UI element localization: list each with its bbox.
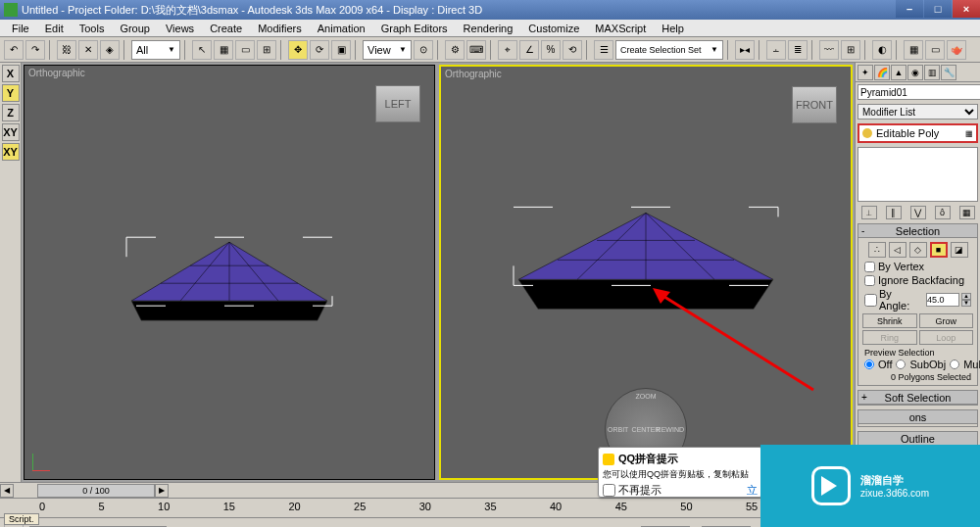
curve-editor-button[interactable]: 〰	[819, 40, 839, 60]
render-frame-button[interactable]: ▭	[925, 40, 945, 60]
loop-button[interactable]: Loop	[919, 330, 974, 345]
object-name-field[interactable]	[858, 84, 980, 100]
menu-grapheditors[interactable]: Graph Editors	[373, 23, 456, 34]
percent-snap-toggle[interactable]: %	[541, 40, 561, 60]
viewport-right[interactable]: Orthographic FRONT	[439, 65, 853, 480]
remove-mod-button[interactable]: ô	[935, 206, 951, 219]
viewcube-right[interactable]: FRONT	[792, 86, 837, 123]
stack-pin-icon[interactable]: ▦	[965, 129, 973, 138]
menu-views[interactable]: Views	[158, 23, 202, 34]
by-angle-spinner[interactable]	[926, 293, 959, 307]
rotate-button[interactable]: ⟳	[310, 40, 329, 60]
undo-button[interactable]: ↶	[4, 40, 24, 60]
ignore-backfacing-checkbox[interactable]	[864, 275, 875, 286]
mirror-button[interactable]: ▸◂	[735, 40, 755, 60]
menu-maxscript[interactable]: MAXScript	[587, 23, 654, 34]
keyboard-button[interactable]: ⌨	[466, 40, 486, 60]
render-button[interactable]: 🫖	[947, 40, 966, 60]
modifier-list-dropdown[interactable]: Modifier List	[858, 104, 978, 120]
menu-create[interactable]: Create	[202, 23, 250, 34]
qq-dont-show-checkbox[interactable]	[603, 484, 615, 497]
manipulate-button[interactable]: ⚙	[445, 40, 465, 60]
select-name-button[interactable]: ▦	[214, 40, 233, 60]
menu-modifiers[interactable]: Modifiers	[250, 23, 310, 34]
border-level-button[interactable]: ◇	[909, 242, 927, 258]
tab-create[interactable]: ✦	[858, 65, 873, 80]
menu-tools[interactable]: Tools	[72, 23, 113, 34]
configure-button[interactable]: ▦	[959, 206, 975, 219]
spinner-snap-toggle[interactable]: ⟲	[563, 40, 582, 60]
angle-snap-toggle[interactable]: ∠	[519, 40, 539, 60]
unlink-button[interactable]: ✕	[78, 40, 98, 60]
edge-level-button[interactable]: ◁	[889, 242, 906, 258]
grow-button[interactable]: Grow	[919, 313, 974, 328]
wheel-orbit[interactable]: ORBIT	[608, 426, 628, 433]
axis-z-button[interactable]: Z	[2, 104, 20, 121]
viewport-left[interactable]: Orthographic LEFT	[24, 65, 435, 480]
stack-editable-poly[interactable]: Editable Poly ▦	[860, 126, 975, 140]
timeslider-handle[interactable]: 0 / 100	[37, 484, 155, 498]
menu-customize[interactable]: Customize	[520, 23, 587, 34]
layers-button[interactable]: ≣	[788, 40, 808, 60]
menu-file[interactable]: File	[4, 23, 37, 34]
schematic-button[interactable]: ⊞	[841, 40, 860, 60]
named-selection-sets[interactable]: Create Selection Set▼	[615, 40, 723, 60]
timeslider-prev[interactable]: ◀	[0, 484, 14, 498]
maximize-button[interactable]: □	[924, 0, 952, 18]
preview-multi-radio[interactable]	[950, 359, 959, 369]
modifier-stack-area[interactable]	[858, 147, 978, 202]
menu-edit[interactable]: Edit	[37, 23, 72, 34]
minimize-button[interactable]: –	[896, 0, 923, 18]
spinner-down[interactable]: ▼	[961, 300, 971, 307]
spinner-up[interactable]: ▲	[961, 293, 971, 300]
selection-filter[interactable]: All▼	[131, 40, 180, 60]
tab-motion[interactable]: ◉	[907, 65, 923, 80]
material-editor-button[interactable]: ◐	[872, 40, 892, 60]
tab-display[interactable]: ▥	[924, 65, 940, 80]
menu-group[interactable]: Group	[112, 23, 158, 34]
preview-off-radio[interactable]	[864, 359, 874, 369]
render-setup-button[interactable]: ▦	[904, 40, 923, 60]
preview-subobj-radio[interactable]	[896, 359, 906, 369]
window-crossing-button[interactable]: ⊞	[257, 40, 276, 60]
redo-button[interactable]: ↷	[25, 40, 45, 60]
tab-hierarchy[interactable]: ▲	[891, 65, 906, 80]
show-end-button[interactable]: ∥	[886, 206, 902, 219]
timeslider-next[interactable]: ▶	[155, 484, 169, 498]
selection-rollout-header[interactable]: -Selection	[858, 224, 977, 238]
align-button[interactable]: ⫠	[766, 40, 786, 60]
close-button[interactable]: ×	[953, 0, 980, 18]
ref-coord-dropdown[interactable]: View▼	[363, 40, 412, 60]
polygon-level-button[interactable]: ■	[930, 242, 948, 258]
link-button[interactable]: ⛓	[57, 40, 76, 60]
named-sel-button[interactable]: ☰	[594, 40, 613, 60]
wheel-rewind[interactable]: REWIND	[657, 426, 684, 433]
vertex-level-button[interactable]: ∴	[868, 242, 886, 258]
select-button[interactable]: ↖	[192, 40, 212, 60]
snap-toggle[interactable]: ⌖	[498, 40, 517, 60]
tab-utilities[interactable]: 🔧	[941, 65, 956, 80]
wheel-center[interactable]: CENTER	[632, 426, 661, 433]
axis-xy-button[interactable]: XY	[2, 123, 20, 141]
move-button[interactable]: ✥	[288, 40, 308, 60]
tab-modify[interactable]: 🌈	[874, 65, 890, 80]
bind-button[interactable]: ◈	[100, 40, 120, 60]
axis-xy2-button[interactable]: XY	[2, 143, 20, 161]
ring-button[interactable]: Ring	[862, 330, 917, 345]
wheel-zoom[interactable]: ZOOM	[636, 393, 657, 400]
pivot-button[interactable]: ⊙	[414, 40, 433, 60]
by-angle-checkbox[interactable]	[864, 294, 877, 307]
select-region-button[interactable]: ▭	[235, 40, 255, 60]
soft-selection-header[interactable]: +Soft Selection	[858, 391, 977, 405]
viewcube-left[interactable]: LEFT	[375, 85, 420, 122]
axis-x-button[interactable]: X	[2, 65, 20, 82]
qq-go-link[interactable]: 立	[747, 483, 758, 498]
pin-stack-button[interactable]: ⟂	[861, 206, 877, 219]
scale-button[interactable]: ▣	[331, 40, 351, 60]
menu-rendering[interactable]: Rendering	[456, 23, 521, 34]
modifier-stack[interactable]: Editable Poly ▦	[858, 123, 978, 143]
menu-animation[interactable]: Animation	[310, 23, 373, 34]
by-vertex-checkbox[interactable]	[864, 262, 875, 272]
axis-y-button[interactable]: Y	[2, 84, 20, 102]
unique-button[interactable]: ⋁	[910, 206, 926, 219]
